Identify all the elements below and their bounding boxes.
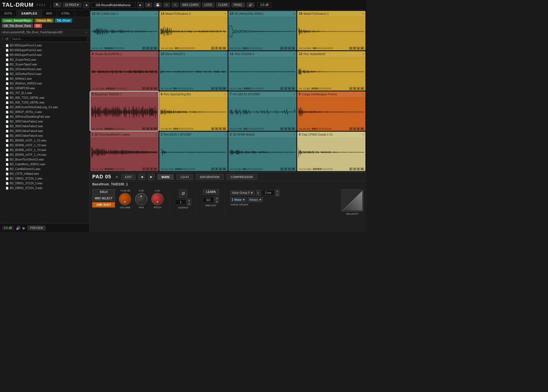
tab-kits[interactable]: KITS	[0, 10, 17, 17]
file-item[interactable]: 📄BD_BD808_uVCF_1_V4.wav	[0, 152, 89, 157]
pad-tune-icon[interactable]: ≡	[225, 53, 226, 55]
delay-up-btn[interactable]: ▲	[275, 189, 280, 193]
pad-cell-8[interactable]: 8 Conga DarkWrapper Promm ≡ VG 08 G0 C P…	[297, 91, 365, 131]
s-btn[interactable]: S	[357, 127, 360, 130]
tag-bd[interactable]: BD	[34, 24, 42, 28]
file-item[interactable]: 📄BD_808CloneOhSoSolidLong_G1.wav	[0, 105, 89, 110]
pad-tune-icon[interactable]: ≡	[294, 12, 295, 15]
s-btn[interactable]: S	[219, 167, 222, 171]
edit-btn[interactable]: EDIT	[121, 174, 136, 180]
c-btn[interactable]: C	[280, 127, 284, 130]
voice-group-mono-btn[interactable]: C	[256, 190, 261, 196]
pad-cell-13[interactable]: 13 BD Z3000 Dist1 1 ≡ VG 01 C1 C P S M	[90, 11, 159, 50]
file-item[interactable]: 📄BD_32GinAndTonic2.wav	[0, 72, 89, 76]
tag-loops-samplemagic[interactable]: Loops_SampleMagic	[2, 18, 33, 23]
s-btn[interactable]: S	[357, 87, 360, 90]
volume-knob[interactable]	[119, 193, 131, 205]
c-btn[interactable]: C	[211, 167, 214, 171]
file-item[interactable]: 📄BD_BoomTschShort13.wav	[0, 157, 89, 162]
m-btn[interactable]: M	[360, 87, 364, 90]
play-preview-btn[interactable]: ▶	[23, 226, 25, 230]
preview-btn[interactable]: PREVIEW	[28, 226, 46, 230]
p-btn[interactable]: P	[353, 87, 356, 90]
s-btn[interactable]: S	[357, 167, 360, 171]
phase-btn[interactable]: Ø	[179, 189, 187, 198]
c-btn[interactable]: C	[280, 167, 284, 171]
p-btn[interactable]: P	[215, 127, 218, 130]
lock-btn[interactable]: LOCK	[202, 3, 214, 7]
pad-tune-icon[interactable]: ≡	[155, 93, 157, 96]
pad-tune-icon[interactable]: ≡	[363, 93, 364, 96]
undo-btn[interactable]: ↩	[163, 3, 170, 7]
p-btn[interactable]: P	[284, 127, 287, 130]
file-item[interactable]: 📄BD 606SuperPunch1.wav	[0, 43, 89, 48]
tab-ctrl[interactable]: CTRL	[57, 10, 75, 17]
pad-cell-11[interactable]: 11 HHo D100TAI 4 ≡ VG 07 A#0 C P S M	[228, 51, 297, 91]
midi-select-btn[interactable]: MIDI SELECT	[92, 196, 115, 201]
c-btn[interactable]: C	[142, 127, 146, 130]
s-btn[interactable]: S	[150, 167, 153, 171]
bottom-tab-saturation[interactable]: SATURATION	[196, 174, 224, 180]
file-item[interactable]: 📄BD_BD808_uVCF_1_V1.wav	[0, 138, 89, 143]
search-input[interactable]	[10, 36, 88, 42]
p-btn[interactable]: P	[284, 167, 287, 171]
s-btn[interactable]: S	[219, 87, 222, 90]
file-item[interactable]: 📄BD_808VinylStopMoogFat2.wav	[0, 114, 89, 119]
s-btn[interactable]: S	[357, 47, 360, 50]
pan-knob[interactable]	[135, 193, 147, 205]
pad-cell-4[interactable]: 4 Clap CP909 Clouds 1 V1 ≡ VG 04 D#0 C P…	[297, 132, 365, 171]
file-item[interactable]: 📄BD_909CValveFatso1.wav	[0, 119, 89, 124]
file-item[interactable]: 📄BD 606SuperPunch2.wav	[0, 48, 89, 53]
file-item[interactable]: 📄BD_BD808_uVCF_1_V3.wav	[0, 148, 89, 152]
m-btn[interactable]: M	[223, 167, 226, 171]
volume-icon-btn[interactable]: 🔊	[247, 3, 254, 7]
p-btn[interactable]: P	[353, 167, 356, 171]
pad-cell-12[interactable]: 12 Perc 4videoMod3 ≡ VG 12 B0 C P S M	[297, 51, 365, 91]
m-btn[interactable]: M	[292, 47, 295, 50]
s-btn[interactable]: S	[219, 47, 222, 50]
c-btn[interactable]: C	[280, 87, 284, 90]
pad-cell-15[interactable]: 15 SD HitHardVA1 ASRX2 ≡ VG 15 D1 C P S …	[228, 11, 297, 50]
file-item[interactable]: 📄BD_CakeMon1_ASRX1.wav	[0, 162, 89, 167]
preset-name[interactable]: GB-RoundRobinMadness	[91, 3, 136, 8]
c-btn[interactable]: C	[142, 87, 146, 90]
output-up-btn[interactable]: ▲	[187, 199, 191, 202]
pad-cell-7[interactable]: 7 HH LM2 A1 SP1200R ≡ VG 07 F#0 C P S M	[228, 91, 297, 131]
tag-classic-80s[interactable]: Classic 80s	[34, 18, 54, 23]
tag-tal-drum[interactable]: TAL-Drum	[55, 18, 72, 23]
next-pad-btn[interactable]: ▶	[148, 174, 155, 180]
file-item[interactable]: 📄BD_808_T1D9_GBTAL.wav	[0, 100, 89, 105]
p-btn[interactable]: P	[215, 87, 218, 90]
pad-cell-5[interactable]: 5 BassDrum TAID100 1 ≡ VG 05 E0 C P S M	[90, 91, 159, 131]
file-item[interactable]: 📄BD_3LayerTape2.wav	[0, 62, 89, 67]
pad-tune-icon[interactable]: ≡	[225, 93, 226, 96]
pitch-knob[interactable]	[151, 193, 164, 205]
m-btn[interactable]: M	[360, 47, 364, 50]
pad-tune-icon[interactable]: ≡	[225, 12, 226, 15]
p-btn[interactable]: P	[146, 127, 149, 130]
voice-count-select[interactable]: 1 Voice ▼	[230, 197, 246, 202]
solo-btn[interactable]: SOLO	[92, 189, 115, 195]
m-btn[interactable]: M	[360, 167, 364, 171]
m-btn[interactable]: M	[223, 47, 226, 50]
pad-cell-9[interactable]: 9 Shaker Bock195TAI 1 ≡ VG 09 G#0 C P S …	[90, 51, 159, 91]
m-btn[interactable]: M	[223, 127, 226, 130]
file-item[interactable]: 📄BD_CR78_Inflated.wav	[0, 171, 89, 176]
tab-samples[interactable]: SAMPLES	[17, 10, 42, 17]
p-btn[interactable]: P	[146, 167, 149, 171]
tag-gb-pack[interactable]: GB_TAL-Drum_Pack	[2, 24, 33, 28]
c-btn[interactable]: C	[211, 87, 214, 90]
c-btn[interactable]: C	[349, 47, 353, 50]
file-item[interactable]: 📄BD_909CValveFatso3.wav	[0, 129, 89, 133]
learn-btn[interactable]: LEARN	[203, 189, 219, 195]
c-btn[interactable]: C	[349, 167, 353, 171]
s-btn[interactable]: S	[288, 87, 291, 90]
pad-tune-icon[interactable]: ≡	[155, 133, 157, 136]
save-btn[interactable]: 💾	[154, 3, 162, 7]
pad-tune-icon[interactable]: ≡	[363, 12, 364, 15]
one-shot-btn[interactable]: ONE SHOT	[92, 202, 115, 207]
file-item[interactable]: 📄BD 606SuperPunch3.wav	[0, 53, 89, 57]
midi-learn-btn[interactable]: MIDI LEARN	[180, 3, 200, 7]
s-btn[interactable]: S	[288, 47, 291, 50]
pad-tune-icon[interactable]: ≡	[225, 133, 226, 136]
